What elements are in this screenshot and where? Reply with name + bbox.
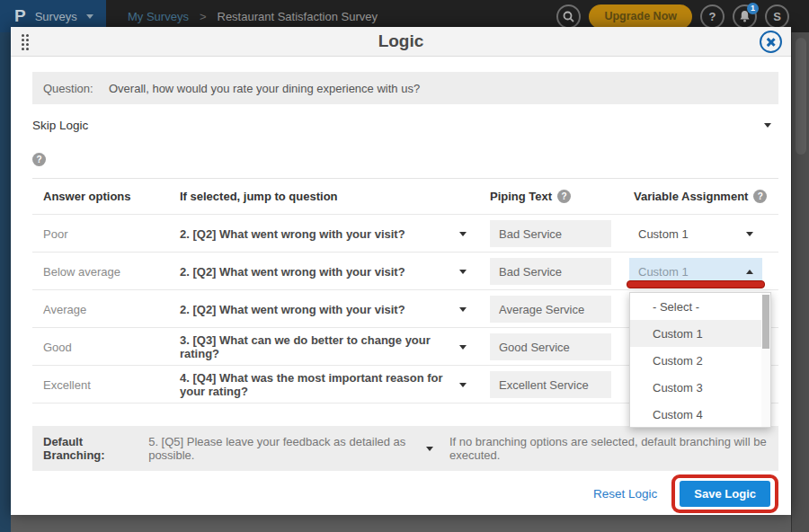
drag-handle-icon[interactable] [22, 34, 30, 51]
default-branching-note: If no branching options are selected, de… [449, 435, 778, 462]
question-label: Question: [32, 82, 109, 95]
close-icon [766, 37, 776, 47]
chevron-down-icon [459, 383, 467, 387]
chevron-down-icon [746, 232, 753, 236]
search-button[interactable] [556, 4, 581, 29]
scrollbar-thumb[interactable] [796, 38, 806, 155]
chevron-up-icon [746, 270, 753, 274]
help-row: ? [32, 146, 778, 173]
header-jump-question: If selected, jump to question [165, 190, 490, 203]
header-answer-options: Answer options [32, 190, 165, 203]
modal-body: Question: Overall, how would you rate yo… [11, 72, 791, 516]
annotation-red-underline [627, 280, 765, 288]
app-logo[interactable]: P [14, 6, 26, 26]
chevron-down-icon [459, 232, 467, 236]
close-button[interactable] [760, 31, 782, 53]
header-variable-assignment: Variable Assignment ? [629, 190, 778, 203]
jump-question-select[interactable]: 2. [Q2] What went wrong with your visit? [165, 227, 490, 241]
piping-text-input[interactable] [490, 333, 611, 360]
modal-title: Logic [378, 31, 424, 51]
help-icon[interactable]: ? [753, 190, 767, 203]
dropdown-option[interactable]: Custom 1 [630, 320, 770, 347]
screen: P Surveys My Surveys > Restaurant Satisf… [0, 0, 809, 532]
modal-footer: Reset Logic Save Logic [32, 471, 778, 516]
dropdown-option[interactable]: - Select - [630, 293, 770, 320]
chevron-down-icon [459, 270, 467, 274]
piping-text-input[interactable] [490, 220, 611, 247]
page-left-sidebar-dimmed [0, 32, 11, 532]
skip-logic-label: Skip Logic [32, 119, 88, 132]
piping-text-input[interactable] [490, 296, 611, 323]
breadcrumb: My Surveys > Restaurant Satisfaction Sur… [128, 10, 378, 23]
notification-badge: 1 [747, 3, 759, 14]
default-branching-bar: Default Branching: 5. [Q5] Please leave … [32, 426, 778, 471]
modal-header: Logic [11, 27, 791, 57]
notifications-button[interactable]: 1 [733, 4, 757, 29]
piping-text-input[interactable] [490, 258, 611, 285]
skip-logic-accordion[interactable]: Skip Logic [32, 104, 778, 146]
answer-option-label: Good [32, 341, 165, 354]
dropdown-scrollbar-thumb[interactable] [762, 295, 769, 349]
topbar-actions: Upgrade Now ? 1 S [556, 4, 809, 29]
logic-modal: Logic Question: Overall, how would you r… [11, 27, 791, 515]
annotation-red-outline: Save Logic [671, 474, 778, 513]
page-scrollbar[interactable] [791, 32, 809, 532]
header-piping-text: Piping Text ? [490, 190, 629, 203]
save-logic-button[interactable]: Save Logic [680, 481, 770, 507]
dropdown-option[interactable]: Custom 2 [630, 347, 770, 374]
question-mark-icon: ? [709, 10, 716, 23]
help-button[interactable]: ? [700, 4, 725, 29]
default-branching-select[interactable]: 5. [Q5] Please leave your feedback as de… [148, 435, 433, 462]
answer-option-label: Poor [32, 227, 165, 241]
table-row: Poor 2. [Q2] What went wrong with your v… [32, 215, 778, 253]
upgrade-now-button[interactable]: Upgrade Now [589, 4, 692, 29]
chevron-down-icon [764, 123, 771, 128]
answer-option-label: Average [32, 303, 165, 316]
breadcrumb-current: Restaurant Satisfaction Survey [218, 10, 378, 23]
table-row: Below average 2. [Q2] What went wrong wi… [32, 253, 778, 290]
question-bar: Question: Overall, how would you rate yo… [32, 72, 778, 104]
piping-text-input[interactable] [490, 371, 611, 398]
nav-surveys[interactable]: Surveys [35, 10, 77, 23]
table-header-row: Answer options If selected, jump to ques… [32, 179, 778, 215]
jump-question-select[interactable]: 2. [Q2] What went wrong with your visit? [165, 265, 490, 279]
dropdown-option[interactable]: Custom 3 [630, 374, 770, 401]
reset-logic-link[interactable]: Reset Logic [593, 487, 657, 501]
jump-question-select[interactable]: 3. [Q3] What can we do better to change … [165, 333, 490, 360]
question-text: Overall, how would you rate your dining … [109, 82, 420, 95]
jump-question-select[interactable]: 4. [Q4] What was the most important reas… [165, 371, 490, 398]
chevron-down-icon [459, 345, 467, 350]
chevron-down-icon [426, 447, 433, 451]
variable-dropdown-menu: - Select - Custom 1 Custom 2 Custom 3 Cu… [629, 292, 771, 428]
chevron-down-icon [459, 307, 467, 312]
jump-question-select[interactable]: 2. [Q2] What went wrong with your visit? [165, 303, 490, 316]
chevron-down-icon [86, 14, 93, 19]
answer-option-label: Excellent [32, 378, 165, 392]
search-icon [563, 11, 574, 22]
default-branching-label: Default Branching: [32, 435, 136, 462]
breadcrumb-my-surveys[interactable]: My Surveys [128, 10, 189, 23]
help-icon[interactable]: ? [557, 190, 571, 203]
branching-table: Answer options If selected, jump to ques… [32, 178, 778, 403]
answer-option-label: Below average [32, 265, 165, 279]
variable-assignment-select[interactable]: Custom 1 [629, 220, 762, 247]
dropdown-option[interactable]: Custom 4 [630, 401, 770, 428]
account-avatar[interactable]: S [765, 4, 789, 29]
avatar-initial: S [773, 10, 781, 23]
breadcrumb-separator: > [200, 10, 207, 23]
help-icon[interactable]: ? [32, 153, 46, 166]
dropdown-scrollbar[interactable] [761, 293, 770, 427]
